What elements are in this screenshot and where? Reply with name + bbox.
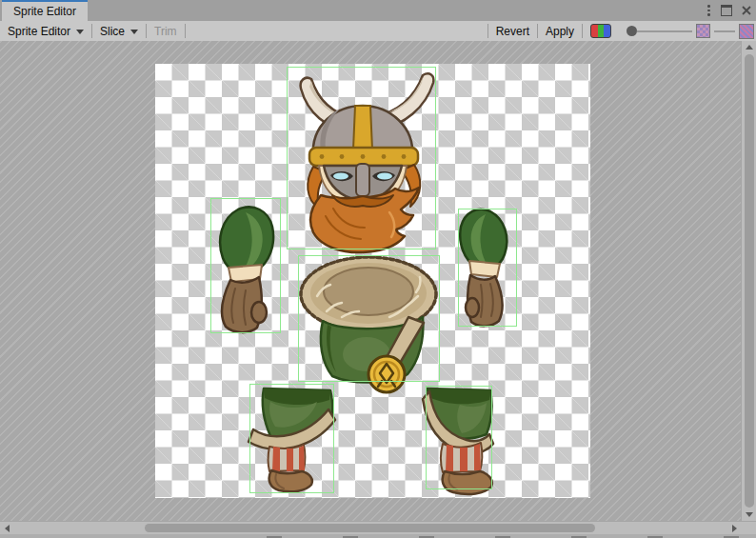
sprite-canvas[interactable] bbox=[0, 41, 741, 521]
window-menu-icon[interactable] bbox=[706, 3, 712, 18]
color-channels-icon[interactable] bbox=[590, 24, 611, 38]
maximize-icon[interactable] bbox=[721, 5, 732, 16]
mip-texture-large-icon bbox=[739, 24, 754, 39]
slice-rect-head[interactable] bbox=[287, 67, 436, 249]
scroll-right-arrow-icon[interactable] bbox=[732, 525, 737, 532]
chevron-down-icon bbox=[130, 30, 138, 34]
trim-button: Trim bbox=[147, 21, 185, 41]
slice-rect-left-leg[interactable] bbox=[249, 384, 334, 493]
revert-button[interactable]: Revert bbox=[488, 21, 537, 41]
titlebar: Sprite Editor bbox=[0, 0, 756, 21]
mip-slider-track[interactable] bbox=[714, 30, 735, 32]
scroll-down-arrow-icon[interactable] bbox=[746, 512, 753, 517]
slice-rect-left-arm[interactable] bbox=[210, 198, 281, 333]
slice-dropdown[interactable]: Slice bbox=[92, 21, 146, 41]
slice-rect-layer bbox=[155, 64, 590, 498]
tab-title: Sprite Editor bbox=[13, 5, 76, 18]
slice-rect-right-arm[interactable] bbox=[458, 209, 517, 327]
horizontal-scrollbar-thumb[interactable] bbox=[145, 524, 595, 532]
horizontal-scrollbar[interactable] bbox=[0, 521, 756, 534]
toolbar: Sprite Editor Slice Trim Revert Apply bbox=[0, 21, 756, 42]
zoom-slider-track[interactable] bbox=[637, 30, 692, 32]
apply-button[interactable]: Apply bbox=[538, 21, 582, 41]
scroll-left-arrow-icon[interactable] bbox=[5, 525, 10, 532]
slice-rect-torso[interactable] bbox=[298, 255, 440, 382]
zoom-slider-knob[interactable] bbox=[627, 26, 637, 36]
sprite-editor-dropdown[interactable]: Sprite Editor bbox=[0, 21, 91, 41]
slice-rect-right-leg[interactable] bbox=[426, 386, 492, 489]
sprite-editor-window: Sprite Editor Sprite Editor Slice Trim bbox=[0, 0, 756, 538]
vertical-scrollbar-thumb[interactable] bbox=[745, 54, 754, 508]
close-icon[interactable] bbox=[741, 5, 752, 16]
chevron-down-icon bbox=[76, 30, 84, 34]
texture-area[interactable] bbox=[155, 64, 590, 498]
window-bottom-edge bbox=[0, 534, 756, 538]
vertical-scrollbar[interactable] bbox=[741, 41, 756, 521]
scroll-up-arrow-icon[interactable] bbox=[746, 45, 753, 50]
tab-sprite-editor[interactable]: Sprite Editor bbox=[2, 0, 88, 21]
mip-texture-small-icon bbox=[696, 24, 710, 38]
